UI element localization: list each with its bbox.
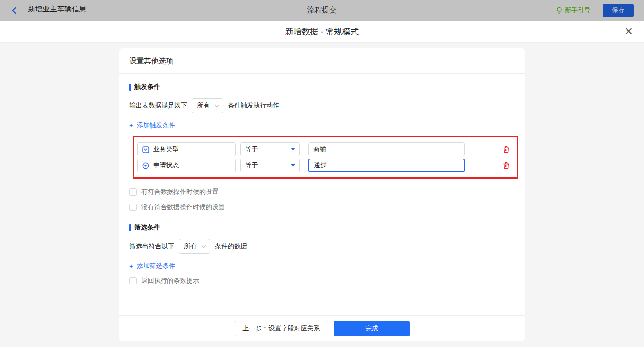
- plus-icon: +: [129, 122, 133, 129]
- trigger-sentence-suffix: 条件触发执行动作: [228, 102, 279, 110]
- checkbox-unchecked[interactable]: [129, 204, 137, 211]
- checkbox-has-matching-data[interactable]: 有符合数据操作时候的设置: [129, 188, 218, 196]
- condition-row: 申请状态 等于: [137, 159, 517, 172]
- condition-field-select[interactable]: 申请状态: [137, 159, 236, 172]
- card-header: 设置其他选项: [119, 48, 525, 74]
- options-card: 设置其他选项 触发条件 输出表数据满足以下 所有 条件触发执行动作 + 添加: [119, 48, 525, 341]
- condition-field-select[interactable]: 业务类型: [137, 142, 236, 156]
- filter-sentence-prefix: 筛选出符合以下: [129, 242, 174, 250]
- trigger-sentence-prefix: 输出表数据满足以下: [129, 102, 187, 110]
- beginner-guide-link[interactable]: 新手引导: [556, 6, 591, 15]
- delete-condition-icon[interactable]: [503, 162, 510, 169]
- finish-button[interactable]: 完成: [334, 321, 410, 336]
- top-bar: 流程提交 新增业主车辆信息 新手引导 保存: [0, 0, 644, 21]
- prev-step-button[interactable]: 上一步：设置字段对应关系: [235, 321, 328, 336]
- caret-down-icon: [286, 159, 299, 172]
- close-icon[interactable]: ✕: [625, 27, 633, 37]
- checkbox-return-count-tip[interactable]: 返回执行的条数提示: [129, 277, 199, 285]
- checkbox-unchecked[interactable]: [129, 277, 137, 284]
- filter-sentence-suffix: 条件的数据: [215, 242, 247, 250]
- condition-operator-select[interactable]: 等于: [240, 142, 300, 156]
- add-trigger-condition-link[interactable]: + 添加触发条件: [129, 121, 175, 130]
- trigger-match-select[interactable]: 所有: [192, 98, 223, 113]
- page-title[interactable]: 新增业主车辆信息: [25, 4, 89, 17]
- trigger-match-sentence: 输出表数据满足以下 所有 条件触发执行动作: [129, 98, 515, 113]
- card-footer: 上一步：设置字段对应关系 完成: [119, 315, 525, 341]
- condition-operator-select[interactable]: 等于: [240, 159, 300, 172]
- filter-match-sentence: 筛选出符合以下 所有 条件的数据: [129, 239, 515, 254]
- filter-section-title: 筛选条件: [129, 223, 515, 232]
- annotation-highlight-box: 业务类型 等于: [133, 136, 518, 179]
- condition-value-input[interactable]: [308, 142, 465, 156]
- add-filter-condition-link[interactable]: + 添加筛选条件: [129, 262, 175, 270]
- chevron-down-icon: [214, 104, 219, 108]
- checkbox-no-matching-data[interactable]: 没有符合数据操作时候的设置: [129, 203, 225, 211]
- radio-field-type-icon: [142, 162, 149, 169]
- bulb-icon: [556, 7, 563, 14]
- condition-row: 业务类型 等于: [137, 142, 517, 156]
- flow-submit-title: 流程提交: [0, 6, 644, 15]
- caret-down-icon: [286, 143, 299, 156]
- select-field-type-icon: [142, 146, 149, 153]
- section-accent-bar: [129, 224, 131, 231]
- delete-condition-icon[interactable]: [503, 146, 510, 153]
- condition-value-input-focused[interactable]: [308, 159, 465, 172]
- trigger-section-title: 触发条件: [129, 83, 515, 91]
- back-icon[interactable]: [10, 6, 18, 15]
- plus-icon: +: [129, 262, 133, 270]
- filter-match-select[interactable]: 所有: [179, 239, 210, 254]
- beginner-guide-label: 新手引导: [565, 6, 591, 15]
- dialog-body: 设置其他选项 触发条件 输出表数据满足以下 所有 条件触发执行动作 + 添加: [0, 43, 644, 347]
- dialog-header: 新增数据 - 常规模式 ✕: [0, 21, 644, 43]
- section-accent-bar: [129, 84, 131, 91]
- save-button[interactable]: 保存: [603, 4, 634, 17]
- chevron-down-icon: [201, 245, 206, 248]
- checkbox-unchecked[interactable]: [129, 188, 137, 196]
- dialog-title: 新增数据 - 常规模式: [285, 26, 359, 37]
